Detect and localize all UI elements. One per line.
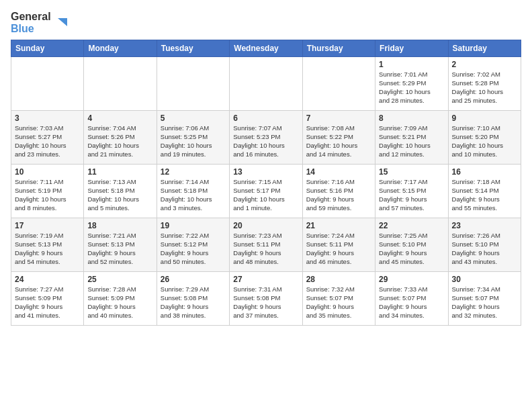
weekday-header-friday: Friday [375, 40, 448, 57]
day-number: 9 [452, 113, 517, 123]
weekday-header-thursday: Thursday [302, 40, 375, 57]
day-info: Sunrise: 7:23 AM Sunset: 5:11 PM Dayligh… [233, 232, 298, 266]
day-cell: 5Sunrise: 7:06 AM Sunset: 5:25 PM Daylig… [157, 111, 229, 165]
logo-blue: Blue [11, 23, 51, 35]
day-number: 28 [306, 275, 371, 284]
day-number: 25 [87, 275, 152, 284]
logo-general: General [11, 11, 51, 23]
day-cell: 13Sunrise: 7:15 AM Sunset: 5:17 PM Dayli… [230, 165, 302, 218]
day-info: Sunrise: 7:07 AM Sunset: 5:23 PM Dayligh… [233, 124, 298, 158]
day-cell: 8Sunrise: 7:09 AM Sunset: 5:21 PM Daylig… [375, 111, 448, 165]
day-number: 23 [452, 221, 517, 230]
day-number: 21 [306, 221, 371, 230]
day-info: Sunrise: 7:03 AM Sunset: 5:27 PM Dayligh… [15, 124, 80, 158]
day-info: Sunrise: 7:10 AM Sunset: 5:20 PM Dayligh… [452, 124, 517, 158]
day-number: 10 [15, 167, 80, 177]
day-info: Sunrise: 7:04 AM Sunset: 5:26 PM Dayligh… [87, 124, 152, 158]
day-number: 16 [452, 167, 517, 177]
day-info: Sunrise: 7:11 AM Sunset: 5:19 PM Dayligh… [15, 178, 80, 212]
day-number: 4 [87, 113, 152, 123]
day-info: Sunrise: 7:27 AM Sunset: 5:09 PM Dayligh… [15, 285, 80, 320]
weekday-header-wednesday: Wednesday [230, 40, 302, 57]
day-info: Sunrise: 7:22 AM Sunset: 5:12 PM Dayligh… [161, 232, 226, 266]
day-cell: 16Sunrise: 7:18 AM Sunset: 5:14 PM Dayli… [448, 165, 521, 218]
day-cell: 14Sunrise: 7:16 AM Sunset: 5:16 PM Dayli… [302, 165, 375, 218]
day-info: Sunrise: 7:16 AM Sunset: 5:16 PM Dayligh… [306, 178, 371, 212]
weekday-header-sunday: Sunday [11, 40, 84, 57]
day-cell: 3Sunrise: 7:03 AM Sunset: 5:27 PM Daylig… [11, 111, 84, 165]
day-number: 15 [379, 167, 444, 177]
page-header: General Blue [11, 11, 521, 34]
day-cell: 11Sunrise: 7:13 AM Sunset: 5:18 PM Dayli… [84, 165, 157, 218]
day-info: Sunrise: 7:33 AM Sunset: 5:07 PM Dayligh… [379, 285, 444, 320]
weekday-header-monday: Monday [84, 40, 157, 57]
day-cell: 15Sunrise: 7:17 AM Sunset: 5:15 PM Dayli… [375, 165, 448, 218]
week-row-3: 10Sunrise: 7:11 AM Sunset: 5:19 PM Dayli… [11, 165, 521, 218]
day-number: 24 [15, 275, 80, 284]
day-number: 1 [379, 60, 444, 69]
week-row-2: 3Sunrise: 7:03 AM Sunset: 5:27 PM Daylig… [11, 111, 521, 165]
day-number: 18 [87, 221, 152, 230]
svg-marker-0 [58, 18, 67, 26]
day-number: 12 [161, 167, 226, 177]
day-number: 22 [379, 221, 444, 230]
day-number: 17 [15, 221, 80, 230]
day-cell: 17Sunrise: 7:19 AM Sunset: 5:13 PM Dayli… [11, 218, 84, 272]
day-cell: 20Sunrise: 7:23 AM Sunset: 5:11 PM Dayli… [230, 218, 302, 272]
day-cell: 4Sunrise: 7:04 AM Sunset: 5:26 PM Daylig… [84, 111, 157, 165]
day-cell: 10Sunrise: 7:11 AM Sunset: 5:19 PM Dayli… [11, 165, 84, 218]
logo: General Blue [11, 11, 69, 34]
day-cell: 2Sunrise: 7:02 AM Sunset: 5:28 PM Daylig… [448, 57, 521, 111]
day-info: Sunrise: 7:32 AM Sunset: 5:07 PM Dayligh… [306, 285, 371, 320]
week-row-1: 1Sunrise: 7:01 AM Sunset: 5:29 PM Daylig… [11, 57, 521, 111]
day-cell [302, 57, 375, 111]
day-cell: 21Sunrise: 7:24 AM Sunset: 5:11 PM Dayli… [302, 218, 375, 272]
day-info: Sunrise: 7:24 AM Sunset: 5:11 PM Dayligh… [306, 232, 371, 266]
day-info: Sunrise: 7:08 AM Sunset: 5:22 PM Dayligh… [306, 124, 371, 158]
day-cell: 26Sunrise: 7:29 AM Sunset: 5:08 PM Dayli… [157, 272, 229, 326]
day-info: Sunrise: 7:31 AM Sunset: 5:08 PM Dayligh… [233, 285, 298, 320]
day-number: 30 [452, 275, 517, 284]
day-number: 11 [87, 167, 152, 177]
day-cell: 7Sunrise: 7:08 AM Sunset: 5:22 PM Daylig… [302, 111, 375, 165]
day-cell: 12Sunrise: 7:14 AM Sunset: 5:18 PM Dayli… [157, 165, 229, 218]
day-number: 7 [306, 113, 371, 123]
day-info: Sunrise: 7:15 AM Sunset: 5:17 PM Dayligh… [233, 178, 298, 212]
day-cell: 23Sunrise: 7:26 AM Sunset: 5:10 PM Dayli… [448, 218, 521, 272]
day-cell: 1Sunrise: 7:01 AM Sunset: 5:29 PM Daylig… [375, 57, 448, 111]
week-row-4: 17Sunrise: 7:19 AM Sunset: 5:13 PM Dayli… [11, 218, 521, 272]
weekday-header-tuesday: Tuesday [157, 40, 229, 57]
day-cell: 30Sunrise: 7:34 AM Sunset: 5:07 PM Dayli… [448, 272, 521, 326]
day-cell [157, 57, 229, 111]
day-info: Sunrise: 7:28 AM Sunset: 5:09 PM Dayligh… [87, 285, 152, 320]
weekday-header-row: SundayMondayTuesdayWednesdayThursdayFrid… [11, 40, 521, 57]
calendar-table: SundayMondayTuesdayWednesdayThursdayFrid… [11, 40, 521, 326]
day-info: Sunrise: 7:09 AM Sunset: 5:21 PM Dayligh… [379, 124, 444, 158]
day-cell: 28Sunrise: 7:32 AM Sunset: 5:07 PM Dayli… [302, 272, 375, 326]
weekday-header-saturday: Saturday [448, 40, 521, 57]
day-number: 26 [161, 275, 226, 284]
day-info: Sunrise: 7:14 AM Sunset: 5:18 PM Dayligh… [161, 178, 226, 212]
day-cell [230, 57, 302, 111]
day-number: 3 [15, 113, 80, 123]
day-cell: 27Sunrise: 7:31 AM Sunset: 5:08 PM Dayli… [230, 272, 302, 326]
day-info: Sunrise: 7:02 AM Sunset: 5:28 PM Dayligh… [452, 71, 517, 105]
day-info: Sunrise: 7:34 AM Sunset: 5:07 PM Dayligh… [452, 285, 517, 320]
week-row-5: 24Sunrise: 7:27 AM Sunset: 5:09 PM Dayli… [11, 272, 521, 326]
day-cell [11, 57, 84, 111]
day-info: Sunrise: 7:13 AM Sunset: 5:18 PM Dayligh… [87, 178, 152, 212]
day-number: 8 [379, 113, 444, 123]
day-info: Sunrise: 7:18 AM Sunset: 5:14 PM Dayligh… [452, 178, 517, 212]
day-info: Sunrise: 7:29 AM Sunset: 5:08 PM Dayligh… [161, 285, 226, 320]
day-info: Sunrise: 7:01 AM Sunset: 5:29 PM Dayligh… [379, 71, 444, 105]
day-cell [84, 57, 157, 111]
day-number: 29 [379, 275, 444, 284]
day-info: Sunrise: 7:21 AM Sunset: 5:13 PM Dayligh… [87, 232, 152, 266]
day-number: 14 [306, 167, 371, 177]
day-info: Sunrise: 7:26 AM Sunset: 5:10 PM Dayligh… [452, 232, 517, 266]
day-number: 6 [233, 113, 298, 123]
day-number: 19 [161, 221, 226, 230]
day-number: 5 [161, 113, 226, 123]
day-cell: 25Sunrise: 7:28 AM Sunset: 5:09 PM Dayli… [84, 272, 157, 326]
day-cell: 9Sunrise: 7:10 AM Sunset: 5:20 PM Daylig… [448, 111, 521, 165]
